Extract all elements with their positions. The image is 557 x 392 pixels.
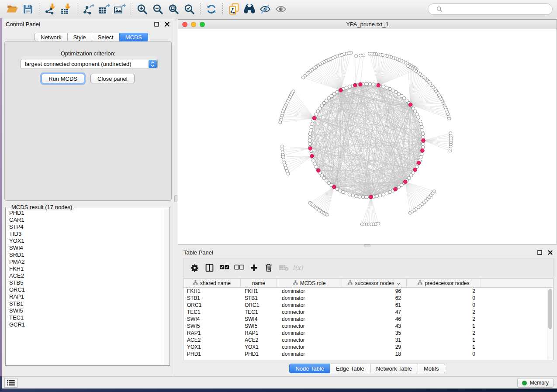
cell: RAP1 <box>241 330 277 337</box>
network-search-box[interactable] <box>428 3 553 15</box>
refresh-network-icon[interactable] <box>204 3 219 16</box>
mcds-result-item[interactable]: YOX1 <box>9 237 163 244</box>
vertical-splitter[interactable] <box>174 18 178 376</box>
column-header-shared-name[interactable]: shared name <box>183 279 241 287</box>
close-icon[interactable] <box>547 249 553 255</box>
table-type-tabs: Node TableEdge TableNetwork TableMotifs <box>178 364 557 373</box>
tab-motifs[interactable]: Motifs <box>418 364 445 373</box>
hide-selected-icon[interactable] <box>257 3 273 16</box>
table-panel-titlebar: Table Panel <box>178 247 557 258</box>
save-session-icon[interactable] <box>20 3 36 16</box>
tab-style[interactable]: Style <box>67 33 92 41</box>
table-row[interactable]: ORC1ORC1dominator610 <box>183 302 553 309</box>
tab-select[interactable]: Select <box>92 33 120 41</box>
mcds-result-item[interactable]: PMA2 <box>9 258 163 265</box>
mcds-result-item[interactable]: GCR1 <box>9 321 163 328</box>
table-row[interactable]: SWI4SWI4dominator462 <box>183 316 553 323</box>
table-row[interactable]: FKH1FKH1dominator962 <box>183 288 553 295</box>
mcds-result-item[interactable]: STP4 <box>9 224 163 230</box>
tab-network-table[interactable]: Network Table <box>370 364 418 373</box>
mcds-result-item[interactable]: PHD1 <box>9 210 163 217</box>
tab-network[interactable]: Network <box>35 33 68 41</box>
table-row[interactable]: SWI5SWI5connector431 <box>183 323 553 330</box>
table-row[interactable]: ACE2ACE2connector311 <box>183 337 553 344</box>
zoom-fit-icon[interactable] <box>166 3 181 16</box>
select-all-rows-icon[interactable] <box>218 261 231 274</box>
mcds-result-item[interactable]: SRD1 <box>9 251 163 258</box>
mcds-result-item[interactable]: TID3 <box>9 230 163 237</box>
tab-mcds[interactable]: MCDS <box>119 33 148 41</box>
mcds-result-list[interactable]: PHD1CAR1STP4TID3YOX1SWI4SRD1PMA2FKH1ACE2… <box>6 208 163 365</box>
show-all-icon[interactable] <box>273 3 289 16</box>
tab-node-table[interactable]: Node Table <box>289 364 330 373</box>
run-mcds-button[interactable]: Run MCDS <box>42 74 84 83</box>
table-row[interactable]: STB1STB1dominator620 <box>183 295 553 302</box>
search-all-networks-icon[interactable] <box>242 3 257 16</box>
table-settings-icon[interactable] <box>188 261 201 274</box>
mcds-result-item[interactable]: TEC1 <box>9 314 163 321</box>
deselect-all-rows-icon[interactable] <box>232 261 246 274</box>
search-input[interactable] <box>445 6 548 12</box>
zoom-traffic-light[interactable] <box>200 22 205 27</box>
float-window-icon[interactable] <box>536 249 543 255</box>
table-row[interactable]: TEC1TEC1connector472 <box>183 309 553 316</box>
column-header-MCDS-role[interactable]: MCDS role <box>277 279 342 287</box>
network-canvas[interactable] <box>178 29 557 244</box>
cell: ORC1 <box>183 302 241 309</box>
network-window-titlebar[interactable]: YPA_prune.txt_1 <box>178 20 557 29</box>
cell: 46 <box>342 316 407 323</box>
export-table-icon[interactable] <box>96 3 112 16</box>
import-network-icon[interactable] <box>42 3 58 16</box>
zoom-selected-icon[interactable] <box>181 3 197 16</box>
export-network-icon[interactable] <box>80 3 96 16</box>
cell: FKH1 <box>183 288 241 295</box>
splitter-grip[interactable] <box>174 195 177 202</box>
cell: dominator <box>277 351 342 358</box>
close-icon[interactable] <box>164 21 170 27</box>
mcds-result-item[interactable]: ACE2 <box>9 272 163 279</box>
column-header-successor-nodes[interactable]: successor nodes <box>342 279 407 287</box>
optimization-criterion-select[interactable]: largest connected component (undirected) <box>21 59 158 69</box>
table-row[interactable]: YOX1YOX1connector291 <box>183 344 553 351</box>
cell: TEC1 <box>183 309 241 316</box>
zoom-out-icon[interactable] <box>150 3 166 16</box>
mcds-result-box: PHD1CAR1STP4TID3YOX1SWI4SRD1PMA2FKH1ACE2… <box>5 207 170 366</box>
close-panel-button[interactable]: Close panel <box>90 74 135 83</box>
mcds-result-item[interactable]: ORC1 <box>9 286 163 293</box>
import-table-icon[interactable] <box>58 3 74 16</box>
mcds-tab-content: Optimization criterion: largest connecte… <box>4 41 172 201</box>
mcds-result-scrollbar[interactable] <box>164 208 169 365</box>
task-history-button[interactable] <box>4 378 17 388</box>
add-column-icon[interactable] <box>247 261 260 274</box>
mcds-result-item[interactable]: STB5 <box>9 279 163 286</box>
table-panel-title: Table Panel <box>183 249 213 256</box>
table-row[interactable]: PHD1PHD1dominator180 <box>183 351 553 358</box>
table-scrollbar[interactable] <box>547 288 553 359</box>
mcds-result-item[interactable]: STB1 <box>9 300 163 307</box>
table-row[interactable]: RAP1RAP1dominator352 <box>183 330 553 337</box>
column-panel-icon[interactable] <box>203 261 216 274</box>
list-icon <box>7 380 15 386</box>
zoom-in-icon[interactable] <box>134 3 150 16</box>
memory-button[interactable]: Memory <box>517 378 554 388</box>
mcds-result-item[interactable]: CAR1 <box>9 217 163 224</box>
column-header-name[interactable]: name <box>241 279 277 287</box>
network-graph[interactable] <box>178 29 557 244</box>
delete-column-icon[interactable] <box>262 261 275 274</box>
tab-edge-table[interactable]: Edge Table <box>330 364 370 373</box>
mcds-result-item[interactable]: FKH1 <box>9 265 163 272</box>
dropdown-stepper-icon <box>149 60 157 68</box>
mcds-result-item[interactable]: SWI5 <box>9 307 163 314</box>
main-toolbar <box>0 0 557 18</box>
close-traffic-light[interactable] <box>182 22 187 27</box>
mcds-result-item[interactable]: RAP1 <box>9 293 163 300</box>
export-image-icon[interactable] <box>112 3 128 16</box>
float-window-icon[interactable] <box>153 21 159 27</box>
clone-network-icon[interactable] <box>226 3 242 16</box>
column-header-predecessor-nodes[interactable]: predecessor nodes <box>407 279 481 287</box>
scrollbar-thumb[interactable] <box>548 289 552 329</box>
minimize-traffic-light[interactable] <box>191 22 196 27</box>
open-folder-icon[interactable] <box>4 3 20 16</box>
cell: PHD1 <box>241 351 277 358</box>
mcds-result-item[interactable]: SWI4 <box>9 244 163 251</box>
